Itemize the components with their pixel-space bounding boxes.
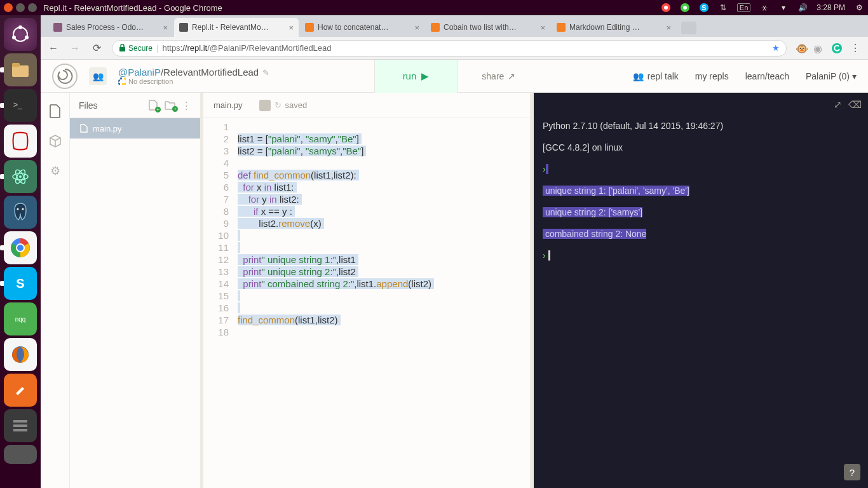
packages-icon[interactable]	[49, 135, 62, 147]
file-panel: Files + + ⋮ main.py	[70, 93, 203, 488]
settings-icon[interactable]: ⚙	[50, 164, 60, 178]
window-maximize-button[interactable]	[28, 3, 37, 12]
back-icon[interactable]: ←	[47, 43, 60, 54]
repl-talk-link[interactable]: 👥repl talk	[633, 71, 679, 81]
window-title: Repl.it - RelevantMortifiedLead - Google…	[43, 3, 222, 13]
code-editor[interactable]: 123456789101112131415161718 list1 = ["pa…	[203, 118, 530, 488]
menu-icon[interactable]: ⋮	[849, 42, 862, 54]
new-tab-button[interactable]	[681, 22, 696, 34]
clock[interactable]: 3:28 PM	[817, 3, 845, 12]
volume-icon[interactable]: 🔊	[797, 3, 808, 13]
firefox-launcher-icon[interactable]	[4, 338, 37, 371]
prompt-icon: ›	[543, 164, 546, 174]
close-icon[interactable]: ×	[540, 23, 545, 32]
expand-icon[interactable]: ⤢	[834, 99, 842, 110]
svg-text:S: S	[702, 4, 706, 11]
unity-launcher: >_ S nqq	[0, 15, 41, 488]
help-button[interactable]: ?	[844, 464, 860, 480]
browser-tab[interactable]: How to concatenat…×	[300, 18, 424, 37]
updown-icon[interactable]: ⇅	[718, 3, 728, 13]
browser-tab[interactable]: Cobain two list with…×	[426, 18, 550, 37]
svg-rect-30	[13, 429, 27, 431]
file-item[interactable]: main.py	[70, 118, 200, 139]
bluetooth-icon[interactable]: ⚹	[759, 3, 770, 13]
network-icon[interactable]: ▾	[778, 3, 789, 13]
dash-icon[interactable]	[4, 18, 37, 51]
tab-label: How to concatenat…	[318, 23, 388, 32]
window-close-button[interactable]	[4, 3, 13, 12]
svg-point-3	[683, 6, 687, 10]
nqq-launcher-icon[interactable]: nqq	[4, 302, 37, 336]
more-icon[interactable]: ⋮	[182, 100, 191, 111]
share-button[interactable]: share↗	[469, 71, 528, 81]
profile-menu[interactable]: PalaniP (0)▾	[806, 71, 857, 81]
new-file-icon[interactable]: +	[149, 100, 158, 111]
session-icon[interactable]: ⚙	[854, 3, 864, 13]
forward-icon: →	[69, 43, 81, 54]
reload-icon[interactable]: ⟳	[90, 42, 103, 54]
ubuntu-menubar: Repl.it - RelevantMortifiedLead - Google…	[0, 0, 868, 15]
svg-text:S: S	[16, 276, 24, 290]
postman-launcher-icon[interactable]	[4, 374, 37, 407]
run-button[interactable]: run▶	[374, 60, 458, 93]
new-folder-icon[interactable]: +	[165, 101, 175, 110]
svg-point-8	[25, 36, 29, 39]
chrome-tray-icon-2[interactable]	[680, 3, 690, 13]
editor-tab[interactable]: main.py	[214, 100, 243, 110]
system-tray: S ⇅ En ⚹ ▾ 🔊 3:28 PM ⚙	[661, 3, 864, 13]
pdf-launcher-icon[interactable]	[4, 125, 37, 158]
ext-icon[interactable]: 🐵	[796, 43, 807, 54]
svg-point-18	[17, 208, 19, 210]
browser-tab[interactable]: Markdown Editing …×	[552, 18, 676, 37]
address-bar: ← → ⟳ Secure | https://repl.it/@PalaniP/…	[41, 37, 868, 60]
terminal[interactable]: ⤢ ⌫ Python 2.7.10 (default, Jul 14 2015,…	[534, 93, 868, 488]
svg-point-17	[19, 175, 22, 178]
grammarly-icon[interactable]	[831, 43, 843, 54]
chrome-tray-icon[interactable]	[661, 3, 671, 13]
close-icon[interactable]: ×	[414, 23, 419, 32]
kdenlive-launcher-icon[interactable]	[4, 409, 37, 442]
bookmark-icon[interactable]: ★	[772, 43, 780, 53]
keyboard-lang[interactable]: En	[737, 3, 750, 12]
tab-label: Repl.it - RelevantMo…	[192, 23, 269, 32]
files-icon[interactable]	[49, 104, 62, 118]
skype-tray-icon[interactable]: S	[699, 3, 709, 13]
tab-label: Markdown Editing …	[569, 23, 640, 32]
ext-icon[interactable]: ◉	[813, 43, 825, 54]
terminal-launcher-icon[interactable]: >_	[4, 89, 37, 122]
svg-point-7	[18, 25, 22, 29]
save-status: ↻saved	[259, 100, 308, 111]
my-repls-link[interactable]: my repls	[695, 71, 729, 81]
close-icon[interactable]: ×	[666, 23, 671, 32]
user-avatar[interactable]: 👥	[89, 67, 107, 85]
close-icon[interactable]: ×	[288, 23, 294, 32]
svg-point-9	[12, 36, 16, 39]
browser-tab[interactable]: Repl.it - RelevantMo…×	[174, 18, 299, 37]
chrome-launcher-icon[interactable]	[4, 231, 37, 264]
editor-tabs: main.py ↻saved	[203, 93, 530, 118]
code-content[interactable]: list1 = ["palani", "samy","Be"] list2 = …	[235, 118, 530, 488]
learn-link[interactable]: learn/teach	[745, 71, 789, 81]
status-square-icon	[259, 100, 271, 111]
skype-launcher-icon[interactable]: S	[4, 267, 37, 300]
clear-icon[interactable]: ⌫	[848, 99, 862, 110]
extensions: 🐵 ◉ ⋮	[796, 42, 862, 54]
tab-label: Cobain two list with…	[444, 23, 517, 32]
edit-icon[interactable]: ✎	[262, 68, 269, 78]
files-launcher-icon[interactable]	[4, 53, 37, 86]
postgres-launcher-icon[interactable]	[4, 196, 37, 229]
archive-launcher-icon[interactable]	[4, 445, 37, 464]
svg-point-6	[13, 27, 27, 41]
close-icon[interactable]: ×	[163, 23, 168, 32]
atom-launcher-icon[interactable]	[4, 160, 37, 193]
window-minimize-button[interactable]	[16, 3, 25, 12]
people-icon: 👥	[633, 71, 644, 81]
svg-point-19	[22, 208, 24, 210]
replit-logo[interactable]	[52, 64, 78, 89]
browser-tab[interactable]: Sales Process - Odo…×	[48, 18, 173, 37]
omnibox[interactable]: Secure | https://repl.it/@PalaniP/Releva…	[112, 40, 787, 57]
refresh-icon: ↻	[275, 100, 281, 110]
files-label: Files	[79, 100, 98, 111]
svg-point-22	[17, 245, 24, 251]
chevron-down-icon: ▾	[852, 71, 857, 81]
